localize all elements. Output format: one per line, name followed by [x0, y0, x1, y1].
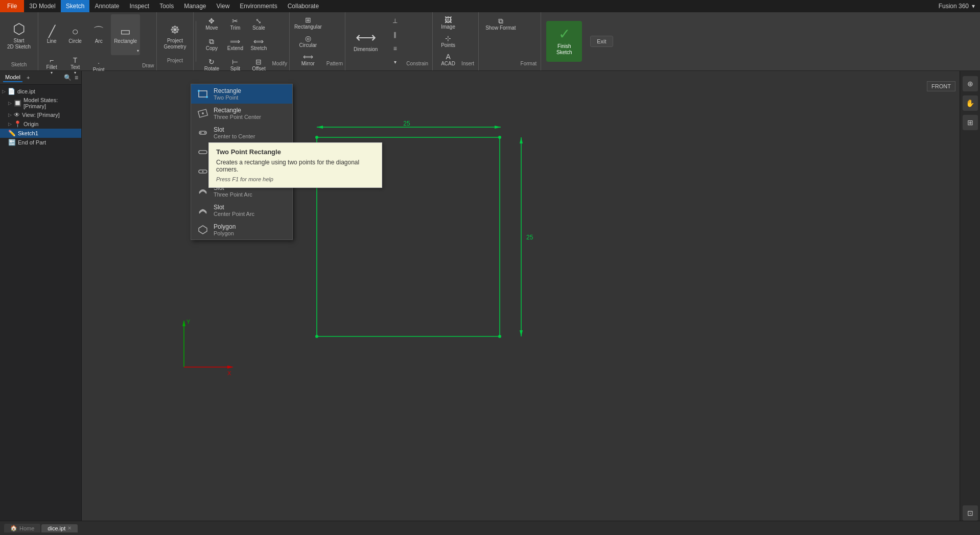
app-title: Fusion 360 ▾	[934, 3, 980, 10]
menu-manage[interactable]: Manage	[179, 0, 211, 12]
main-content: Model + 🔍 ≡ ▷ 📄 dice.ipt ▷ 🔲 Model State…	[0, 71, 980, 521]
dropdown-slot-center-to-center[interactable]: Slot Center to Center	[191, 123, 292, 142]
tree-item-origin[interactable]: ▷ 📍 Origin	[0, 119, 81, 129]
insert-label: Insert	[459, 61, 474, 68]
exit-button[interactable]: Exit	[590, 36, 613, 47]
tree-item-model-states[interactable]: ▷ 🔲 Model States: [Primary]	[0, 96, 81, 110]
menu-annotate[interactable]: Annotate	[89, 0, 124, 12]
svg-text:25: 25	[403, 120, 410, 127]
project-section-label: Project	[167, 58, 183, 63]
mirror-icon: ⟺	[303, 53, 313, 60]
tab-home-label: Home	[19, 525, 34, 531]
project-geometry-icon: ⎈	[171, 22, 179, 36]
zoom-gizmo[interactable]: ⊞	[963, 115, 978, 130]
toolbar-section-draw: ╱ Line ○ Circle ⌒ Arc ▭ Rectangle ▾	[38, 12, 156, 70]
copy-icon: ⧉	[209, 38, 214, 45]
rectangular-button[interactable]: ⊞ Rectangular	[292, 14, 324, 32]
dropdown-polygon[interactable]: Polygon Polygon	[191, 220, 292, 239]
menu-view[interactable]: View	[212, 0, 235, 12]
arc-icon: ⌒	[93, 26, 104, 37]
orbit-gizmo[interactable]: ⊕	[963, 76, 978, 91]
sketch-icon: ✏️	[8, 130, 16, 137]
expand-icon: ▷	[8, 101, 12, 106]
scale-button[interactable]: ⤡ Scale	[247, 14, 270, 34]
move-button[interactable]: ✥ Move	[200, 14, 223, 34]
fit-gizmo[interactable]: ⊡	[963, 505, 978, 521]
menu-collaborate[interactable]: Collaborate	[283, 0, 324, 12]
circular-button[interactable]: ◎ Circular	[292, 33, 324, 50]
toolbar-section-project: ⎈ ProjectGeometry Project	[157, 12, 194, 70]
extend-icon: ⟹	[230, 38, 240, 45]
point-icon: ·	[98, 59, 100, 66]
rectangle-dropdown-arrow: ▾	[137, 48, 139, 53]
svg-text:25: 25	[526, 234, 533, 241]
points-button[interactable]: ⊹ Points	[437, 33, 459, 50]
dropdown-rectangle-three-point[interactable]: Rectangle Three Point Center	[191, 104, 292, 123]
menu-sketch[interactable]: Sketch	[61, 0, 90, 12]
constrain-btn3[interactable]: ≡	[384, 42, 406, 55]
file-icon: 📄	[8, 88, 15, 95]
image-button[interactable]: 🖼 Image	[437, 14, 459, 32]
project-geometry-label: ProjectGeometry	[164, 38, 186, 50]
rotate-icon: ↻	[208, 58, 215, 65]
home-icon: 🏠	[10, 525, 17, 531]
panel-tab-add[interactable]: +	[25, 74, 32, 82]
model-states-icon: 🔲	[14, 100, 21, 107]
pan-gizmo[interactable]: ✋	[963, 95, 978, 111]
mirror-button[interactable]: ⟺ Mirror	[292, 51, 324, 68]
stretch-button[interactable]: ⟺ Stretch	[247, 35, 270, 54]
constrain-more[interactable]: ▾	[384, 56, 406, 68]
rectangle-button[interactable]: ▭ Rectangle ▾	[111, 14, 140, 55]
fillet-icon: ⌐	[50, 57, 54, 64]
dropdown-slot-center-point-arc[interactable]: Slot Center Point Arc	[191, 201, 292, 220]
tree-label-view: View: [Primary]	[22, 112, 60, 118]
right-gizmo-panel: ⊕ ✋ ⊞ ⊡	[960, 71, 980, 521]
start-2d-sketch-button[interactable]: ⬡ Start2D Sketch	[3, 14, 35, 58]
menu-3dmodel[interactable]: 3D Model	[24, 0, 60, 12]
trim-button[interactable]: ✂ Trim	[224, 14, 246, 34]
panel-tab-model[interactable]: Model	[3, 73, 22, 82]
menu-bar: File 3D Model Sketch Annotate Inspect To…	[0, 0, 980, 12]
tree-label-sketch1: Sketch1	[18, 130, 38, 136]
show-format-button[interactable]: ⧉ Show Format	[483, 14, 518, 34]
fillet-arrow: ▾	[51, 70, 53, 75]
tree-label-dice: dice.ipt	[17, 88, 35, 94]
finish-sketch-button[interactable]: ✓ FinishSketch	[546, 21, 582, 62]
svg-point-1	[198, 90, 200, 92]
line-icon: ╱	[49, 26, 55, 37]
tree-item-dice[interactable]: ▷ 📄 dice.ipt	[0, 87, 81, 96]
origin-icon: 📍	[14, 120, 21, 128]
svg-rect-0	[199, 91, 207, 97]
tree-item-view[interactable]: ▷ 👁 View: [Primary]	[0, 110, 81, 119]
svg-point-24	[315, 335, 318, 338]
tree-item-sketch1[interactable]: ✏️ Sketch1	[0, 129, 81, 138]
acad-button[interactable]: A ACAD	[437, 51, 459, 68]
menu-tools[interactable]: Tools	[154, 0, 179, 12]
constrain-btn1[interactable]: ⊥	[384, 14, 406, 27]
project-geometry-button[interactable]: ⎈ ProjectGeometry	[160, 14, 191, 58]
finish-sketch-label: FinishSketch	[556, 43, 572, 56]
extend-button[interactable]: ⟹ Extend	[224, 35, 246, 54]
copy-button[interactable]: ⧉ Copy	[200, 35, 223, 54]
dimension-button[interactable]: ⟷ Dimension	[349, 20, 382, 63]
bottom-tabs: 🏠 Home dice.ipt ✕	[0, 521, 980, 535]
menu-file[interactable]: File	[0, 0, 24, 12]
svg-marker-20	[520, 330, 523, 336]
tree-item-end-of-part[interactable]: 🔚 End of Part	[0, 138, 81, 147]
tree-label-model-states: Model States: [Primary]	[24, 97, 77, 109]
arc-button[interactable]: ⌒ Arc	[87, 14, 110, 55]
tab-close-icon[interactable]: ✕	[67, 525, 72, 531]
dropdown-rectangle-two-point[interactable]: Rectangle Two Point	[191, 84, 292, 104]
menu-environments[interactable]: Environments	[235, 0, 282, 12]
rectangle-three-point-icon	[197, 108, 208, 119]
svg-point-11	[202, 209, 204, 211]
constrain-btn2[interactable]: ∥	[384, 28, 406, 41]
fillet-button[interactable]: ⌐ Fillet ▾	[40, 56, 63, 76]
line-button[interactable]: ╱ Line	[40, 14, 63, 55]
circle-button[interactable]: ○ Circle	[64, 14, 86, 55]
menu-inspect[interactable]: Inspect	[124, 0, 154, 12]
tab-home[interactable]: 🏠 Home	[4, 524, 40, 532]
scale-icon: ⤡	[255, 17, 262, 25]
tab-dice[interactable]: dice.ipt ✕	[41, 524, 78, 532]
view-icon: 👁	[14, 111, 20, 118]
